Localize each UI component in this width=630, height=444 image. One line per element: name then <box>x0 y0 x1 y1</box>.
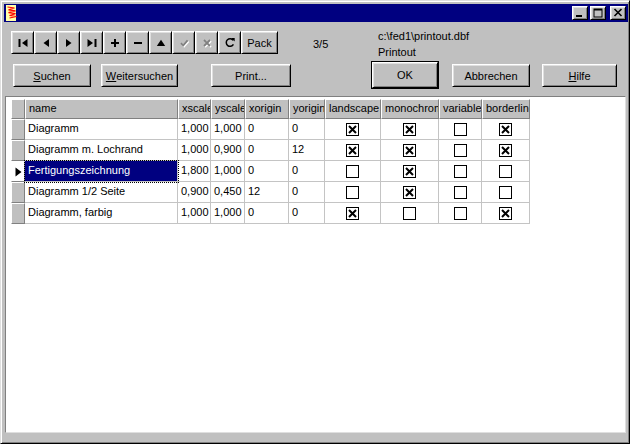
checkbox-unchecked-icon[interactable] <box>454 165 467 178</box>
checkbox-checked-icon[interactable] <box>499 207 512 220</box>
cell-landscape[interactable] <box>325 119 381 140</box>
cell-variable[interactable] <box>439 182 482 203</box>
cell-borderline[interactable] <box>482 161 530 182</box>
append-record-button[interactable] <box>103 31 126 54</box>
row-selector[interactable] <box>11 140 25 161</box>
cell-variable[interactable] <box>439 161 482 182</box>
print-button[interactable]: Print... <box>211 64 291 87</box>
column-header-borderline[interactable]: borderline <box>482 99 530 119</box>
checkbox-unchecked-icon[interactable] <box>499 165 512 178</box>
column-header-xscale[interactable]: xscale <box>178 99 211 119</box>
previous-record-icon <box>40 37 52 49</box>
checkbox-checked-icon[interactable] <box>346 207 359 220</box>
last-record-button[interactable] <box>80 31 103 54</box>
cell-yscale[interactable]: 1,000 <box>211 119 245 140</box>
cell-name[interactable]: Fertigungszeichnung <box>25 161 178 182</box>
cell-name[interactable]: Diagramm m. Lochrand <box>25 140 178 161</box>
cell-yorigin[interactable]: 0 <box>289 203 325 224</box>
first-record-button[interactable] <box>11 31 34 54</box>
row-selector[interactable] <box>11 161 25 182</box>
cell-xorigin[interactable]: 0 <box>245 140 289 161</box>
checkbox-unchecked-icon[interactable] <box>499 186 512 199</box>
cell-borderline[interactable] <box>482 140 530 161</box>
cell-name[interactable]: Diagramm 1/2 Seite <box>25 182 178 203</box>
cell-monochrom[interactable] <box>381 140 439 161</box>
suchen-button[interactable]: Suchen <box>13 64 91 87</box>
checkbox-checked-icon[interactable] <box>403 165 416 178</box>
row-selector[interactable] <box>11 203 25 224</box>
column-header-xorigin[interactable]: xorigin <box>245 99 289 119</box>
weitersuchen-button[interactable]: Weitersuchen <box>101 64 178 87</box>
cell-monochrom[interactable] <box>381 182 439 203</box>
checkbox-unchecked-icon[interactable] <box>346 186 359 199</box>
cell-landscape[interactable] <box>325 140 381 161</box>
cell-yorigin[interactable]: 0 <box>289 182 325 203</box>
cell-monochrom[interactable] <box>381 119 439 140</box>
cell-yorigin[interactable]: 0 <box>289 161 325 182</box>
column-header-yorigin[interactable]: yorigin <box>289 99 325 119</box>
cell-yorigin[interactable]: 12 <box>289 140 325 161</box>
checkbox-unchecked-icon[interactable] <box>346 165 359 178</box>
titlebar[interactable] <box>4 4 628 22</box>
checkbox-checked-icon[interactable] <box>403 186 416 199</box>
column-header-name[interactable]: name <box>25 99 178 119</box>
cell-yscale[interactable]: 0,900 <box>211 140 245 161</box>
checkbox-unchecked-icon[interactable] <box>454 207 467 220</box>
cell-borderline[interactable] <box>482 182 530 203</box>
cell-name[interactable]: Diagramm <box>25 119 178 140</box>
move-top-button[interactable] <box>149 31 172 54</box>
cell-xorigin[interactable]: 12 <box>245 182 289 203</box>
hilfe-button[interactable]: Hilfe <box>542 64 617 87</box>
checkbox-unchecked-icon[interactable] <box>454 186 467 199</box>
cell-borderline[interactable] <box>482 203 530 224</box>
cell-variable[interactable] <box>439 140 482 161</box>
checkbox-unchecked-icon[interactable] <box>454 123 467 136</box>
checkbox-checked-icon[interactable] <box>346 144 359 157</box>
cell-xscale[interactable]: 0,900 <box>178 182 211 203</box>
cell-xscale[interactable]: 1,800 <box>178 161 211 182</box>
minimize-button[interactable] <box>572 6 588 20</box>
column-header-yscale[interactable]: yscale <box>211 99 245 119</box>
row-selector[interactable] <box>11 182 25 203</box>
cell-xscale[interactable]: 1,000 <box>178 119 211 140</box>
cell-landscape[interactable] <box>325 161 381 182</box>
close-button[interactable] <box>610 6 626 20</box>
cell-xscale[interactable]: 1,000 <box>178 140 211 161</box>
cell-xorigin[interactable]: 0 <box>245 119 289 140</box>
cell-yorigin[interactable]: 0 <box>289 119 325 140</box>
cell-borderline[interactable] <box>482 119 530 140</box>
cell-monochrom[interactable] <box>381 161 439 182</box>
abbrechen-button[interactable]: Abbrechen <box>452 64 530 87</box>
checkbox-unchecked-icon[interactable] <box>403 207 416 220</box>
cell-xorigin[interactable]: 0 <box>245 161 289 182</box>
pack-button[interactable]: Pack <box>241 31 278 54</box>
row-selector[interactable] <box>11 119 25 140</box>
column-header-monochrom[interactable]: monochrom <box>381 99 439 119</box>
checkbox-unchecked-icon[interactable] <box>454 144 467 157</box>
cell-landscape[interactable] <box>325 203 381 224</box>
cell-yscale[interactable]: 1,000 <box>211 161 245 182</box>
cell-yscale[interactable]: 0,450 <box>211 182 245 203</box>
next-record-button[interactable] <box>57 31 80 54</box>
ok-button[interactable]: OK <box>372 62 438 88</box>
cell-landscape[interactable] <box>325 182 381 203</box>
checkbox-checked-icon[interactable] <box>403 144 416 157</box>
previous-record-button[interactable] <box>34 31 57 54</box>
cell-yscale[interactable]: 1,000 <box>211 203 245 224</box>
maximize-button[interactable] <box>590 6 606 20</box>
cell-xscale[interactable]: 1,000 <box>178 203 211 224</box>
checkbox-checked-icon[interactable] <box>499 144 512 157</box>
checkbox-checked-icon[interactable] <box>346 123 359 136</box>
cell-xorigin[interactable]: 0 <box>245 203 289 224</box>
cell-name[interactable]: Diagramm, farbig <box>25 203 178 224</box>
column-header-variable[interactable]: variable <box>439 99 482 119</box>
cell-variable[interactable] <box>439 203 482 224</box>
checkbox-checked-icon[interactable] <box>403 123 416 136</box>
checkbox-checked-icon[interactable] <box>499 123 512 136</box>
column-header-landscape[interactable]: landscape <box>325 99 381 119</box>
refresh-button[interactable] <box>218 31 241 54</box>
post-edit-button <box>172 31 195 54</box>
delete-record-button[interactable] <box>126 31 149 54</box>
cell-variable[interactable] <box>439 119 482 140</box>
cell-monochrom[interactable] <box>381 203 439 224</box>
